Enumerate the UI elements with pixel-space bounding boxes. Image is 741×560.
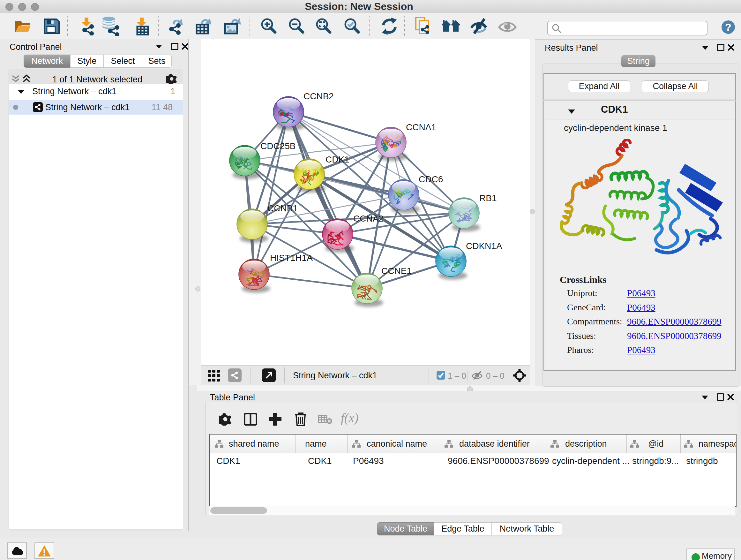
svg-text:RB1: RB1 — [479, 193, 496, 203]
svg-text:CDC6: CDC6 — [419, 174, 443, 184]
svg-text:HIST1H1A: HIST1H1A — [270, 253, 313, 263]
svg-text:CCNE1: CCNE1 — [381, 266, 412, 276]
svg-text:CDK1: CDK1 — [326, 154, 349, 165]
svg-text:CCNA1: CCNA1 — [406, 122, 436, 132]
svg-text:CCNB1: CCNB1 — [267, 203, 298, 213]
svg-text:CCNB2: CCNB2 — [304, 91, 334, 101]
svg-text:CCNA2: CCNA2 — [353, 213, 384, 224]
svg-text:CDKN1A: CDKN1A — [466, 241, 502, 251]
svg-text:CDC25B: CDC25B — [260, 141, 295, 151]
